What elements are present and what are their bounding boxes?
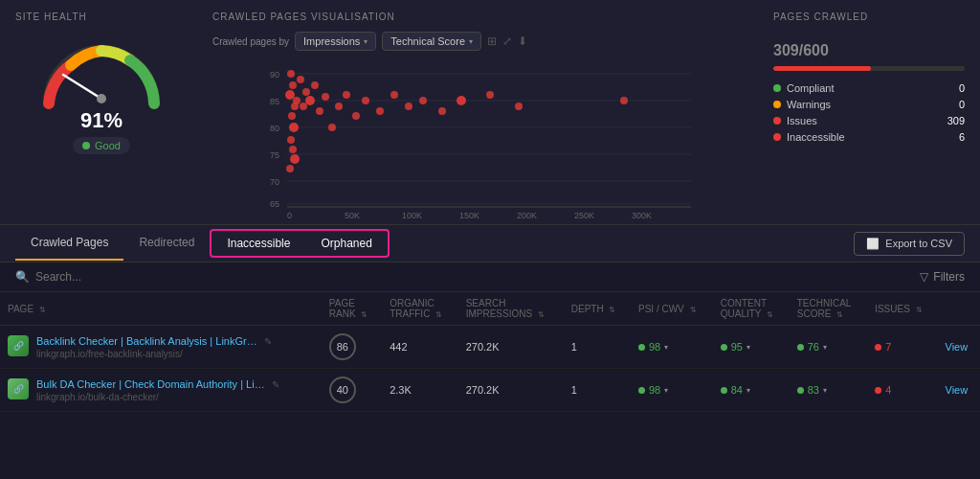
row2-content-chevron[interactable]: ▾	[746, 386, 750, 395]
expand-icon[interactable]: ⤢	[502, 34, 512, 48]
row1-page-link[interactable]: Backlink Checker | Backlink Analysis | L…	[36, 335, 257, 347]
gauge-status: Good	[95, 140, 121, 151]
row2-psi-chevron[interactable]: ▾	[664, 386, 668, 395]
svg-point-29	[289, 146, 297, 153]
pages-progress-fill	[773, 66, 871, 71]
data-table: PAGE ⇅ PAGERANK ⇅ ORGANICTRAFFIC ⇅ SEARC…	[0, 292, 980, 412]
svg-text:200K: 200K	[517, 211, 537, 220]
svg-point-52	[515, 103, 523, 110]
row2-edit-icon[interactable]: ✎	[272, 379, 279, 390]
legend-warnings-label: Warnings	[787, 99, 831, 110]
col-technical-score[interactable]: TECHNICALSCORE ⇅	[790, 292, 867, 326]
svg-point-39	[322, 93, 329, 101]
filters-button[interactable]: ▽ Filters	[920, 270, 965, 284]
svg-point-45	[376, 107, 384, 115]
svg-point-43	[352, 112, 360, 120]
svg-point-34	[300, 103, 307, 110]
pages-crawled-panel: PAGES CRAWLED 309/600 Compliant 0 Warnin…	[773, 11, 965, 213]
row1-technical-chevron[interactable]: ▾	[823, 343, 827, 352]
row1-psi-value: 98	[649, 341, 660, 353]
row1-technical-dot	[797, 344, 804, 351]
row2-page-url: linkgraph.io/bulk-da-checker/	[36, 392, 279, 402]
tab-crawled-pages[interactable]: Crawled Pages	[15, 226, 123, 261]
top-section: SITE HEALTH 91% Good	[0, 0, 980, 225]
row1-edit-icon[interactable]: ✎	[264, 336, 272, 347]
download-icon[interactable]: ⬇	[518, 34, 527, 48]
row1-psi-chevron[interactable]: ▾	[664, 343, 668, 352]
tabs-bar: Crawled Pages Redirected Inaccessible Or…	[0, 225, 980, 262]
row2-organic-traffic: 2.3K	[382, 369, 458, 412]
chart-section: CRAWLED PAGES VISUALISATION Crawled page…	[203, 11, 758, 213]
svg-text:0: 0	[287, 211, 292, 220]
search-bar: 🔍 ▽ Filters	[0, 262, 980, 292]
svg-text:65: 65	[270, 199, 279, 209]
tab-orphaned[interactable]: Orphaned	[305, 231, 387, 256]
col-content-quality[interactable]: CONTENTQUALITY ⇅	[713, 292, 790, 326]
svg-point-22	[287, 70, 295, 78]
export-csv-button[interactable]: ⬜ Export to CSV	[854, 232, 965, 256]
row2-page-link[interactable]: Bulk DA Checker | Check Domain Authority…	[36, 378, 265, 390]
col-page[interactable]: PAGE ⇅	[0, 292, 322, 326]
svg-point-44	[362, 97, 369, 104]
row1-technical-value: 76	[808, 341, 819, 353]
svg-point-28	[287, 136, 295, 144]
pages-progress-bar	[773, 66, 965, 71]
row2-psi-value: 98	[649, 384, 660, 396]
row1-page-icon: 🔗	[8, 335, 29, 356]
row2-technical-dot	[797, 387, 804, 394]
row1-content-chevron[interactable]: ▾	[746, 343, 750, 352]
svg-point-1	[97, 94, 106, 103]
row2-technical-score: 83 ▾	[790, 369, 867, 412]
svg-point-30	[290, 154, 300, 164]
technical-score-dropdown[interactable]: Technical Score ▾	[382, 32, 481, 51]
svg-text:75: 75	[270, 150, 279, 160]
svg-point-50	[457, 96, 466, 105]
col-issues[interactable]: ISSUES ⇅	[867, 292, 937, 326]
row2-technical-chevron[interactable]: ▾	[823, 386, 827, 395]
pages-crawled-title: PAGES CRAWLED	[773, 11, 965, 22]
svg-text:85: 85	[270, 97, 279, 106]
export-icon: ⬜	[866, 238, 880, 250]
chart-action-icons: ⊞ ⤢ ⬇	[487, 34, 527, 48]
row2-content-value: 84	[731, 384, 743, 396]
col-page-rank[interactable]: PAGERANK ⇅	[322, 292, 382, 326]
legend-inaccessible: Inaccessible 6	[773, 131, 965, 143]
tab-highlight-box: Inaccessible Orphaned	[210, 229, 389, 258]
grid-icon[interactable]: ⊞	[487, 34, 497, 48]
legend-compliant-label: Compliant	[787, 82, 835, 94]
tab-inaccessible[interactable]: Inaccessible	[212, 231, 305, 256]
row1-view-link[interactable]: View	[946, 341, 969, 353]
row2-rank: 40	[322, 369, 382, 412]
impressions-dropdown[interactable]: Impressions ▾	[295, 32, 376, 51]
col-search-impressions[interactable]: SEARCHIMPRESSIONS ⇅	[458, 292, 564, 326]
chart-subtitle: Crawled pages by	[212, 36, 289, 47]
svg-point-27	[289, 123, 299, 132]
row2-page-cell: 🔗 Bulk DA Checker | Check Domain Authori…	[0, 369, 322, 412]
bottom-section: Crawled Pages Redirected Inaccessible Or…	[0, 225, 980, 479]
legend-issues-value: 309	[947, 115, 965, 126]
row1-content-dot	[721, 344, 727, 351]
row1-issues-dot	[875, 344, 881, 351]
col-organic-traffic[interactable]: ORGANICTRAFFIC ⇅	[382, 292, 458, 326]
chevron-down-icon: ▾	[364, 37, 368, 46]
row1-depth: 1	[564, 326, 631, 369]
scatter-chart: 90 85 80 75 70 65 0 50K 100K 150K 200K 2…	[212, 58, 748, 221]
row2-psi: 98 ▾	[631, 369, 713, 412]
compliant-dot	[773, 84, 781, 92]
site-health-panel: SITE HEALTH 91% Good	[15, 11, 188, 213]
row1-organic-traffic: 442	[382, 326, 458, 369]
row2-content-dot	[721, 387, 727, 394]
row2-depth: 1	[564, 369, 631, 412]
col-psi-cwv[interactable]: PSI / CWV ⇅	[631, 292, 713, 326]
legend-list: Compliant 0 Warnings 0 Issues 309 Inacce…	[773, 82, 965, 143]
col-depth[interactable]: DEPTH ⇅	[564, 292, 631, 326]
row2-content-quality: 84 ▾	[713, 369, 790, 412]
tab-redirected[interactable]: Redirected	[123, 226, 210, 261]
svg-point-41	[335, 103, 343, 110]
row2-view-link[interactable]: View	[946, 384, 969, 396]
svg-point-32	[293, 97, 301, 104]
search-input[interactable]	[35, 270, 920, 284]
row2-issues: 4	[867, 369, 937, 412]
row1-issues: 7	[867, 326, 937, 369]
svg-text:250K: 250K	[574, 211, 594, 220]
